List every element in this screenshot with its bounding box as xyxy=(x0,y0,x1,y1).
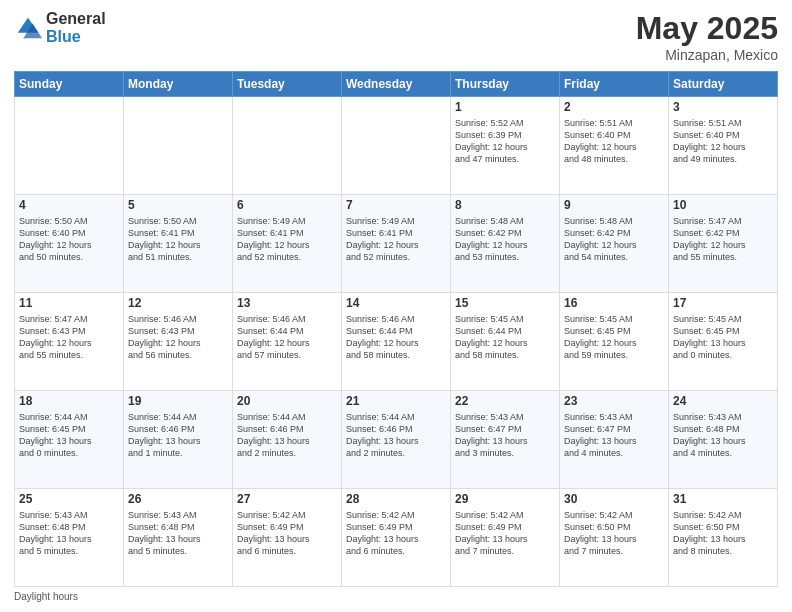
title-area: May 2025 Minzapan, Mexico xyxy=(636,10,778,63)
calendar-day-cell: 11Sunrise: 5:47 AM Sunset: 6:43 PM Dayli… xyxy=(15,293,124,391)
calendar-day-cell: 25Sunrise: 5:43 AM Sunset: 6:48 PM Dayli… xyxy=(15,489,124,587)
day-info: Sunrise: 5:46 AM Sunset: 6:43 PM Dayligh… xyxy=(128,313,228,362)
day-info: Sunrise: 5:44 AM Sunset: 6:46 PM Dayligh… xyxy=(237,411,337,460)
calendar-day-cell: 9Sunrise: 5:48 AM Sunset: 6:42 PM Daylig… xyxy=(560,195,669,293)
calendar-week-row: 4Sunrise: 5:50 AM Sunset: 6:40 PM Daylig… xyxy=(15,195,778,293)
weekday-header-saturday: Saturday xyxy=(669,72,778,97)
day-info: Sunrise: 5:47 AM Sunset: 6:43 PM Dayligh… xyxy=(19,313,119,362)
day-number: 3 xyxy=(673,100,773,116)
day-number: 20 xyxy=(237,394,337,410)
calendar-day-cell: 18Sunrise: 5:44 AM Sunset: 6:45 PM Dayli… xyxy=(15,391,124,489)
calendar-day-cell: 4Sunrise: 5:50 AM Sunset: 6:40 PM Daylig… xyxy=(15,195,124,293)
day-number: 18 xyxy=(19,394,119,410)
day-number: 7 xyxy=(346,198,446,214)
calendar-day-cell: 24Sunrise: 5:43 AM Sunset: 6:48 PM Dayli… xyxy=(669,391,778,489)
calendar-day-cell: 28Sunrise: 5:42 AM Sunset: 6:49 PM Dayli… xyxy=(342,489,451,587)
weekday-header-wednesday: Wednesday xyxy=(342,72,451,97)
calendar-day-cell: 13Sunrise: 5:46 AM Sunset: 6:44 PM Dayli… xyxy=(233,293,342,391)
weekday-header-friday: Friday xyxy=(560,72,669,97)
calendar-day-cell: 30Sunrise: 5:42 AM Sunset: 6:50 PM Dayli… xyxy=(560,489,669,587)
calendar-day-cell: 1Sunrise: 5:52 AM Sunset: 6:39 PM Daylig… xyxy=(451,97,560,195)
daylight-label: Daylight hours xyxy=(14,591,78,602)
calendar-day-cell: 2Sunrise: 5:51 AM Sunset: 6:40 PM Daylig… xyxy=(560,97,669,195)
day-info: Sunrise: 5:45 AM Sunset: 6:45 PM Dayligh… xyxy=(564,313,664,362)
day-number: 14 xyxy=(346,296,446,312)
day-info: Sunrise: 5:43 AM Sunset: 6:48 PM Dayligh… xyxy=(128,509,228,558)
day-info: Sunrise: 5:45 AM Sunset: 6:45 PM Dayligh… xyxy=(673,313,773,362)
day-number: 24 xyxy=(673,394,773,410)
day-number: 30 xyxy=(564,492,664,508)
subtitle: Minzapan, Mexico xyxy=(636,47,778,63)
empty-day-cell xyxy=(342,97,451,195)
main-title: May 2025 xyxy=(636,10,778,47)
weekday-header-thursday: Thursday xyxy=(451,72,560,97)
day-info: Sunrise: 5:49 AM Sunset: 6:41 PM Dayligh… xyxy=(237,215,337,264)
day-info: Sunrise: 5:50 AM Sunset: 6:41 PM Dayligh… xyxy=(128,215,228,264)
calendar-header-row: SundayMondayTuesdayWednesdayThursdayFrid… xyxy=(15,72,778,97)
day-info: Sunrise: 5:51 AM Sunset: 6:40 PM Dayligh… xyxy=(564,117,664,166)
logo-blue: Blue xyxy=(46,28,106,46)
calendar-day-cell: 5Sunrise: 5:50 AM Sunset: 6:41 PM Daylig… xyxy=(124,195,233,293)
weekday-header-tuesday: Tuesday xyxy=(233,72,342,97)
day-info: Sunrise: 5:42 AM Sunset: 6:50 PM Dayligh… xyxy=(673,509,773,558)
day-number: 10 xyxy=(673,198,773,214)
day-info: Sunrise: 5:48 AM Sunset: 6:42 PM Dayligh… xyxy=(455,215,555,264)
calendar-day-cell: 10Sunrise: 5:47 AM Sunset: 6:42 PM Dayli… xyxy=(669,195,778,293)
day-number: 28 xyxy=(346,492,446,508)
day-number: 12 xyxy=(128,296,228,312)
day-number: 13 xyxy=(237,296,337,312)
day-info: Sunrise: 5:43 AM Sunset: 6:48 PM Dayligh… xyxy=(19,509,119,558)
day-info: Sunrise: 5:52 AM Sunset: 6:39 PM Dayligh… xyxy=(455,117,555,166)
empty-day-cell xyxy=(124,97,233,195)
logo-icon xyxy=(14,14,42,42)
day-info: Sunrise: 5:46 AM Sunset: 6:44 PM Dayligh… xyxy=(346,313,446,362)
day-info: Sunrise: 5:50 AM Sunset: 6:40 PM Dayligh… xyxy=(19,215,119,264)
day-number: 31 xyxy=(673,492,773,508)
day-info: Sunrise: 5:43 AM Sunset: 6:47 PM Dayligh… xyxy=(455,411,555,460)
day-info: Sunrise: 5:51 AM Sunset: 6:40 PM Dayligh… xyxy=(673,117,773,166)
day-number: 23 xyxy=(564,394,664,410)
day-number: 6 xyxy=(237,198,337,214)
calendar-day-cell: 23Sunrise: 5:43 AM Sunset: 6:47 PM Dayli… xyxy=(560,391,669,489)
day-number: 17 xyxy=(673,296,773,312)
logo-text: General Blue xyxy=(46,10,106,45)
calendar-day-cell: 7Sunrise: 5:49 AM Sunset: 6:41 PM Daylig… xyxy=(342,195,451,293)
calendar-day-cell: 26Sunrise: 5:43 AM Sunset: 6:48 PM Dayli… xyxy=(124,489,233,587)
calendar-table: SundayMondayTuesdayWednesdayThursdayFrid… xyxy=(14,71,778,587)
logo-general: General xyxy=(46,10,106,28)
calendar-day-cell: 3Sunrise: 5:51 AM Sunset: 6:40 PM Daylig… xyxy=(669,97,778,195)
day-info: Sunrise: 5:42 AM Sunset: 6:49 PM Dayligh… xyxy=(237,509,337,558)
day-number: 5 xyxy=(128,198,228,214)
empty-day-cell xyxy=(15,97,124,195)
day-number: 21 xyxy=(346,394,446,410)
day-info: Sunrise: 5:44 AM Sunset: 6:45 PM Dayligh… xyxy=(19,411,119,460)
day-number: 22 xyxy=(455,394,555,410)
header: General Blue May 2025 Minzapan, Mexico xyxy=(14,10,778,63)
calendar-week-row: 18Sunrise: 5:44 AM Sunset: 6:45 PM Dayli… xyxy=(15,391,778,489)
day-info: Sunrise: 5:49 AM Sunset: 6:41 PM Dayligh… xyxy=(346,215,446,264)
page: General Blue May 2025 Minzapan, Mexico S… xyxy=(0,0,792,612)
weekday-header-monday: Monday xyxy=(124,72,233,97)
day-info: Sunrise: 5:48 AM Sunset: 6:42 PM Dayligh… xyxy=(564,215,664,264)
calendar-day-cell: 8Sunrise: 5:48 AM Sunset: 6:42 PM Daylig… xyxy=(451,195,560,293)
day-info: Sunrise: 5:46 AM Sunset: 6:44 PM Dayligh… xyxy=(237,313,337,362)
calendar-day-cell: 29Sunrise: 5:42 AM Sunset: 6:49 PM Dayli… xyxy=(451,489,560,587)
calendar-week-row: 11Sunrise: 5:47 AM Sunset: 6:43 PM Dayli… xyxy=(15,293,778,391)
calendar-day-cell: 22Sunrise: 5:43 AM Sunset: 6:47 PM Dayli… xyxy=(451,391,560,489)
day-info: Sunrise: 5:45 AM Sunset: 6:44 PM Dayligh… xyxy=(455,313,555,362)
calendar-day-cell: 31Sunrise: 5:42 AM Sunset: 6:50 PM Dayli… xyxy=(669,489,778,587)
day-info: Sunrise: 5:43 AM Sunset: 6:48 PM Dayligh… xyxy=(673,411,773,460)
calendar-week-row: 25Sunrise: 5:43 AM Sunset: 6:48 PM Dayli… xyxy=(15,489,778,587)
calendar-day-cell: 16Sunrise: 5:45 AM Sunset: 6:45 PM Dayli… xyxy=(560,293,669,391)
day-number: 29 xyxy=(455,492,555,508)
calendar-day-cell: 20Sunrise: 5:44 AM Sunset: 6:46 PM Dayli… xyxy=(233,391,342,489)
day-number: 9 xyxy=(564,198,664,214)
calendar-day-cell: 21Sunrise: 5:44 AM Sunset: 6:46 PM Dayli… xyxy=(342,391,451,489)
calendar-day-cell: 19Sunrise: 5:44 AM Sunset: 6:46 PM Dayli… xyxy=(124,391,233,489)
day-number: 19 xyxy=(128,394,228,410)
day-number: 27 xyxy=(237,492,337,508)
day-number: 2 xyxy=(564,100,664,116)
day-info: Sunrise: 5:44 AM Sunset: 6:46 PM Dayligh… xyxy=(128,411,228,460)
calendar-day-cell: 14Sunrise: 5:46 AM Sunset: 6:44 PM Dayli… xyxy=(342,293,451,391)
legend: Daylight hours xyxy=(14,591,778,602)
